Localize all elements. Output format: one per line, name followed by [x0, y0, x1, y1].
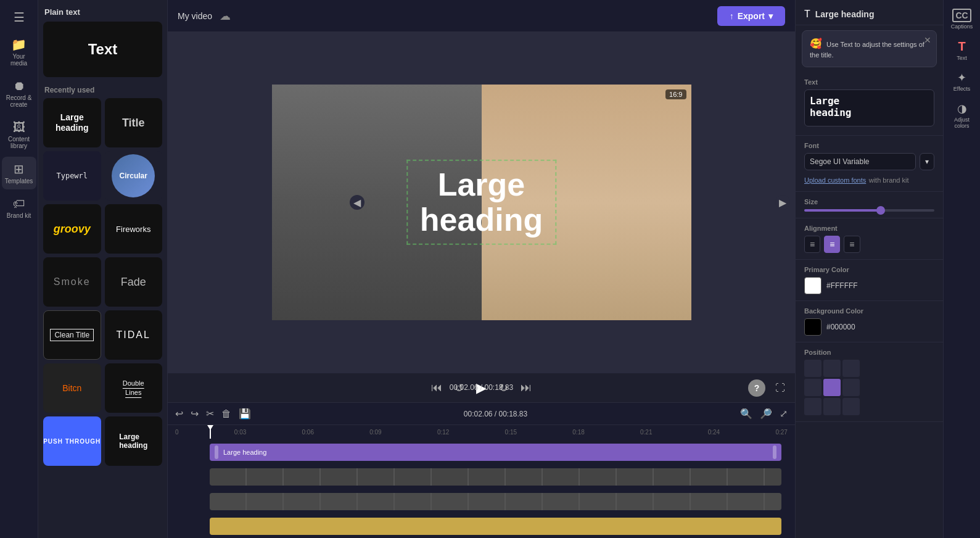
circular-badge: Circular — [112, 154, 155, 197]
template-push-through[interactable]: PUSH THROUGH — [43, 416, 101, 466]
audio-video-track[interactable] — [210, 493, 781, 510]
brand-kit-icon: 🏷 — [13, 197, 25, 211]
template-fade[interactable]: Fade — [105, 257, 163, 307]
upload-custom-fonts-link[interactable]: Upload custom fonts — [804, 176, 866, 184]
size-slider[interactable] — [804, 209, 934, 212]
tooltip-close-button[interactable]: ✕ — [924, 35, 931, 47]
primary-color-label: Primary Color — [804, 266, 934, 273]
sidebar-item-brand-kit[interactable]: 🏷 Brand kit — [2, 192, 36, 224]
skip-forward-button[interactable]: ⏭ — [521, 381, 532, 394]
export-icon: ↑ — [730, 11, 734, 21]
time-separator: / — [480, 383, 485, 392]
text-track-handle-right[interactable] — [773, 445, 776, 459]
primary-color-swatch[interactable] — [804, 277, 821, 294]
pos-top-center[interactable] — [823, 360, 841, 377]
font-select[interactable]: Segoe UI Variable — [804, 153, 916, 170]
right-panel-title: Large heading — [815, 9, 875, 19]
template-tidal[interactable]: TIDAL — [105, 310, 163, 360]
alignment-section: Alignment ≡ ≡ ≡ — [796, 218, 943, 260]
align-center-button[interactable]: ≡ — [824, 236, 840, 253]
main-area: My video ☁ ↑ Export ▾ Largeheading 16:9 … — [168, 0, 795, 538]
pos-bot-center[interactable] — [823, 398, 841, 415]
sidebar-label-your-media: Your media — [4, 53, 34, 67]
text-effects-panel-button[interactable]: T Text — [945, 36, 979, 65]
template-groovy[interactable]: groovy — [43, 204, 101, 254]
zoom-out-button[interactable]: 🔍 — [740, 408, 752, 420]
collapse-panel-button[interactable]: ◀ — [350, 195, 364, 210]
pos-bot-right[interactable] — [842, 398, 860, 415]
text-panel-label: Text — [957, 55, 967, 61]
sidebar-label-content: Contentlibrary — [8, 136, 30, 149]
template-title[interactable]: Title — [105, 98, 163, 147]
pos-top-right[interactable] — [842, 360, 860, 377]
background-color-label: Background Color — [804, 307, 934, 315]
template-large-heading[interactable]: Largeheading — [43, 98, 101, 147]
position-section-label: Position — [804, 349, 934, 356]
cut-button[interactable]: ✂ — [206, 408, 214, 420]
template-fireworks[interactable]: Fireworks — [105, 204, 163, 254]
timeline-ruler: 0 0:03 0:06 0:09 0:12 0:15 0:18 0:21 0:2… — [168, 425, 795, 439]
template-large-heading-2[interactable]: Largeheading — [105, 416, 163, 466]
captions-panel-button[interactable]: CC Captions — [945, 5, 979, 33]
video-track[interactable] — [210, 468, 781, 486]
plain-text-item[interactable]: Text — [43, 22, 162, 77]
timeline-tracks: Large heading — [168, 439, 795, 538]
template-double-lines[interactable]: DoubleLines — [105, 363, 163, 413]
upload-suffix: with brand kit — [869, 176, 909, 184]
text-track[interactable]: Large heading — [210, 444, 781, 461]
template-fade-label: Fade — [121, 276, 146, 289]
your-media-icon: 📁 — [11, 37, 27, 52]
total-time: 00:18.83 — [485, 383, 514, 392]
align-right-button[interactable]: ≡ — [844, 236, 860, 253]
sidebar-item-content[interactable]: 🖼 Contentlibrary — [2, 115, 36, 154]
font-section-label: Font — [804, 142, 934, 149]
delete-button[interactable]: 🗑 — [221, 408, 231, 420]
playhead-triangle — [207, 425, 213, 430]
effects-panel-button[interactable]: ✦ Effects — [945, 67, 979, 96]
video-frame: Largeheading 16:9 — [272, 85, 691, 320]
pos-mid-center[interactable] — [823, 379, 841, 396]
yellow-track[interactable] — [210, 518, 781, 535]
template-double-lines-label: DoubleLines — [123, 379, 144, 398]
font-chevron-button[interactable]: ▾ — [920, 153, 934, 170]
template-push-through-label: PUSH THROUGH — [43, 438, 101, 445]
text-input[interactable]: Large heading — [804, 89, 934, 126]
record-icon: ⏺ — [13, 79, 25, 93]
aspect-ratio-badge: 16:9 — [665, 89, 686, 99]
expand-panel-button[interactable]: ▶ — [775, 195, 790, 210]
sidebar-item-record[interactable]: ⏺ Record &create — [2, 74, 36, 113]
right-icons-bar: CC Captions T Text ✦ Effects ◑ Adjustcol… — [943, 0, 980, 538]
fullscreen-button[interactable]: ⛶ — [775, 383, 785, 394]
pos-top-left[interactable] — [804, 360, 821, 377]
save-button[interactable]: 💾 — [239, 408, 251, 420]
template-smoke[interactable]: Smoke — [43, 257, 101, 307]
video-text-overlay[interactable]: Largeheading — [406, 160, 556, 245]
position-grid — [804, 360, 934, 415]
size-section: Size — [796, 192, 943, 218]
template-clean-title[interactable]: Clean Title — [43, 310, 101, 360]
background-color-swatch[interactable] — [804, 318, 821, 336]
help-button[interactable]: ? — [748, 379, 765, 397]
video-title[interactable]: My video — [178, 11, 212, 21]
redo-button[interactable]: ↪ — [191, 408, 199, 420]
pos-mid-right[interactable] — [842, 379, 860, 396]
skip-back-button[interactable]: ⏮ — [431, 381, 442, 394]
templates-icon: ⊞ — [14, 162, 24, 176]
pos-mid-left[interactable] — [804, 379, 821, 396]
template-bitcn[interactable]: Bitcn — [43, 363, 101, 413]
export-button[interactable]: ↑ Export ▾ — [717, 6, 785, 26]
video-track-row — [175, 466, 788, 488]
text-section: Text Large heading — [796, 72, 943, 136]
adjust-colors-panel-button[interactable]: ◑ Adjustcolors — [945, 98, 979, 133]
template-typewriter[interactable]: Typewrl — [43, 151, 101, 201]
pos-bot-left[interactable] — [804, 398, 821, 415]
align-left-button[interactable]: ≡ — [804, 236, 820, 253]
playhead[interactable] — [210, 425, 211, 439]
fit-button[interactable]: ⤢ — [780, 408, 788, 420]
sidebar-item-templates[interactable]: ⊞ Templates — [2, 157, 36, 189]
hamburger-menu[interactable]: ☰ — [2, 5, 36, 30]
zoom-in-button[interactable]: 🔎 — [760, 408, 772, 420]
sidebar-item-your-media[interactable]: 📁 Your media — [2, 32, 36, 72]
template-circular[interactable]: Circular — [105, 151, 163, 201]
undo-button[interactable]: ↩ — [175, 408, 183, 420]
